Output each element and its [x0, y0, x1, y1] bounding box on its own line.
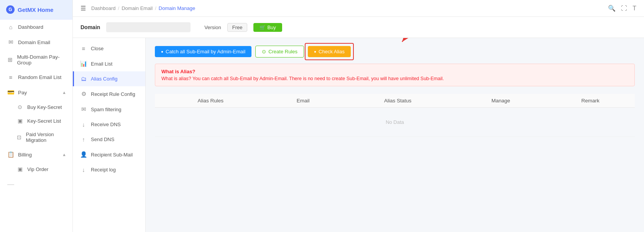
alias-config-icon: 🗂: [80, 76, 87, 82]
col-alias-status: Alias Status: [340, 94, 456, 108]
table-body: No Data: [155, 108, 635, 137]
content-area: ≡ Close 📊 Email List 🗂 Alias Config ⚙ Re…: [73, 38, 644, 232]
submenu-item-recipient-submail[interactable]: 👤 Recipient Sub-Mail: [73, 147, 145, 162]
submenu-label: Alias Config: [91, 76, 117, 82]
check-alias-button[interactable]: ● Check Alias: [308, 46, 351, 57]
recipient-submail-icon: 👤: [80, 151, 87, 158]
submenu-label: Send DNS: [91, 137, 114, 142]
sidebar-item-random-email[interactable]: ≡ Random Email List: [0, 70, 72, 85]
sidebar-item-multi-domain[interactable]: ⊞ Multi-Domain Pay-Group: [0, 50, 72, 70]
sidebar-group-label: Billing: [18, 152, 32, 158]
menu-toggle-icon[interactable]: ☰: [80, 5, 86, 12]
version-badge: Free: [227, 23, 248, 32]
submenu-item-alias-config[interactable]: 🗂 Alias Config: [73, 71, 145, 86]
sidebar-sub-label: Buy Key-Secret: [27, 104, 62, 110]
domain-email-icon: ✉: [7, 39, 14, 46]
create-rules-icon: ⊙: [262, 49, 266, 54]
sidebar-group-label: Pay: [18, 90, 27, 95]
main-area: ☰ Dashboard / Domain Email / Domain Mana…: [73, 0, 644, 232]
submenu-label: Receipt log: [91, 167, 116, 173]
topbar: ☰ Dashboard / Domain Email / Domain Mana…: [73, 0, 644, 17]
sidebar-item-buy-key-secret[interactable]: ⊙ Buy Key-Secret: [0, 100, 72, 114]
dashboard-icon: ⌂: [7, 24, 14, 30]
table-row-empty: No Data: [155, 108, 635, 137]
submenu-item-spam-filter[interactable]: ✉ Spam filtering: [73, 102, 145, 117]
buy-icon: 🛒: [260, 25, 266, 30]
key-list-icon: ▣: [16, 118, 23, 124]
chevron-up-icon: ▲: [62, 152, 66, 157]
sidebar-item-paid-migration[interactable]: ⊡ Paid Version Migration: [0, 128, 72, 147]
font-icon[interactable]: T: [632, 5, 636, 12]
submenu-item-receive-dns[interactable]: ↓ Receive DNS: [73, 117, 145, 132]
buy-label: Buy: [267, 25, 276, 30]
buy-button[interactable]: 🛒 Buy: [253, 23, 282, 32]
multi-domain-icon: ⊞: [7, 56, 13, 63]
breadcrumb-current: Domain Manage: [159, 5, 195, 11]
chevron-up-icon: ▲: [62, 90, 66, 95]
breadcrumb-dashboard[interactable]: Dashboard: [91, 5, 116, 11]
sidebar-more: —: [0, 176, 72, 193]
catch-all-label: Catch all Sub-Email by Admin-Email: [166, 49, 245, 54]
sidebar-sub-label: Vip Order: [27, 166, 48, 172]
submenu-label: Receipt Rule Config: [91, 91, 135, 97]
search-icon[interactable]: 🔍: [608, 5, 616, 12]
action-row: ● Catch all Sub-Email by Admin-Email ⊙ C…: [155, 46, 635, 58]
col-alias-rules: Alias Rules: [155, 94, 266, 108]
submenu-item-email-list[interactable]: 📊 Email List: [73, 56, 145, 71]
random-email-icon: ≡: [7, 74, 14, 81]
submenu-label: Recipient Sub-Mail: [91, 152, 133, 158]
vip-order-icon: ▣: [16, 166, 23, 172]
fullscreen-icon[interactable]: ⛶: [621, 5, 627, 12]
create-rules-button[interactable]: ⊙ Create Rules: [255, 46, 304, 58]
domain-label: Domain: [80, 24, 100, 30]
billing-icon: 📋: [7, 151, 14, 158]
sidebar: G GetMX Home ⌂ Dashboard ✉ Domain Email …: [0, 0, 73, 232]
app-name: GetMX Home: [18, 7, 53, 13]
breadcrumb: ☰ Dashboard / Domain Email / Domain Mana…: [80, 5, 195, 12]
breadcrumb-sep-2: /: [155, 5, 156, 11]
submenu-label: Close: [91, 46, 104, 51]
breadcrumb-domain-email[interactable]: Domain Email: [122, 5, 153, 11]
submenu-item-close[interactable]: ≡ Close: [73, 41, 145, 56]
sidebar-sub-label: Paid Version Migration: [26, 132, 66, 143]
sidebar-item-label: Dashboard: [18, 24, 43, 30]
table-header: Alias Rules Email Alias Status Manage Re…: [155, 94, 635, 108]
logo-icon: G: [6, 5, 15, 14]
breadcrumb-sep-1: /: [118, 5, 120, 11]
check-alias-icon: ●: [314, 49, 316, 54]
check-alias-wrapper: ● Check Alias: [308, 46, 351, 57]
sidebar-group-billing[interactable]: 📋 Billing ▲: [0, 147, 72, 162]
submenu-item-send-dns[interactable]: ↑ Send DNS: [73, 132, 145, 147]
info-box-text: What is alias? You can catch all Sub-Ema…: [161, 76, 628, 81]
info-box: What is Alias? What is alias? You can ca…: [155, 64, 635, 86]
no-data-cell: No Data: [155, 108, 635, 137]
catch-all-icon: ●: [161, 49, 163, 54]
sidebar-item-key-secret-list[interactable]: ▣ Key-Secret List: [0, 114, 72, 128]
receipt-log-icon: ↓: [80, 166, 87, 173]
sidebar-group-pay[interactable]: 💳 Pay ▲: [0, 85, 72, 100]
sidebar-sub-label: Key-Secret List: [27, 118, 61, 124]
close-icon: ≡: [80, 45, 87, 52]
submenu-label: Email List: [91, 61, 112, 67]
app-logo[interactable]: G GetMX Home: [0, 0, 72, 20]
catch-all-button[interactable]: ● Catch all Sub-Email by Admin-Email: [155, 46, 251, 57]
submenu: ≡ Close 📊 Email List 🗂 Alias Config ⚙ Re…: [73, 38, 146, 232]
topbar-actions: 🔍 ⛶ T: [608, 5, 636, 12]
spam-filter-icon: ✉: [80, 106, 87, 113]
col-manage: Manage: [455, 94, 546, 108]
send-dns-icon: ↑: [80, 136, 87, 143]
email-list-icon: 📊: [80, 60, 87, 67]
sidebar-item-domain-email[interactable]: ✉ Domain Email: [0, 35, 72, 50]
action-buttons: ● Catch all Sub-Email by Admin-Email ⊙ C…: [155, 46, 635, 58]
buy-key-icon: ⊙: [16, 104, 23, 110]
col-email: Email: [266, 94, 340, 108]
receive-dns-icon: ↓: [80, 121, 87, 128]
submenu-label: Receive DNS: [91, 122, 121, 127]
alias-table: Alias Rules Email Alias Status Manage Re…: [155, 94, 635, 137]
submenu-item-receipt-log[interactable]: ↓ Receipt log: [73, 162, 145, 177]
sidebar-item-dashboard[interactable]: ⌂ Dashboard: [0, 20, 72, 35]
version-label: Version: [204, 25, 221, 30]
submenu-item-receipt-rule[interactable]: ⚙ Receipt Rule Config: [73, 86, 145, 102]
receipt-rule-icon: ⚙: [80, 90, 87, 97]
sidebar-item-vip-order[interactable]: ▣ Vip Order: [0, 162, 72, 176]
